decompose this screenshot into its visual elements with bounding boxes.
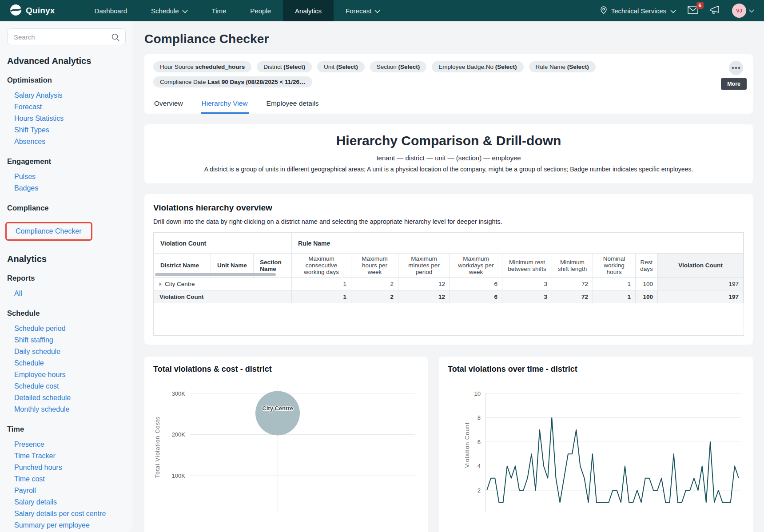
- filter-panel: Hour Source scheduled_hoursDistrict (Sel…: [144, 54, 753, 114]
- nav-item-forecast[interactable]: Forecast: [334, 0, 392, 21]
- nav-item-label: Analytics: [295, 7, 322, 15]
- sidebar-item-presence[interactable]: Presence: [14, 441, 44, 449]
- svg-text:City Centre: City Centre: [262, 405, 293, 412]
- column-header-violation-count[interactable]: Violation Count: [658, 254, 744, 278]
- column-header-minimum-rest-between-shifts[interactable]: Minimum rest between shifts: [502, 254, 552, 278]
- sidebar-heading-time: Time: [7, 425, 126, 433]
- cell-value: 12: [398, 278, 450, 290]
- group-selector[interactable]: Technical Services: [600, 6, 676, 16]
- svg-text:6: 6: [478, 439, 481, 445]
- table-row: Violation Count121263721100197: [154, 290, 744, 303]
- hierarchy-header-panel: Hierarchy Comparison & Drill-down tenant…: [144, 124, 753, 183]
- list-item: Hours Statistics: [7, 113, 126, 124]
- filter-chip-employee-badge-no[interactable]: Employee Badge.No (Select): [432, 61, 523, 72]
- filter-chip-rule-name[interactable]: Rule Name (Select): [529, 61, 596, 72]
- violations-overview-title: Violations hierarchy overview: [153, 203, 744, 213]
- sidebar-item-daily-schedule[interactable]: Daily schedule: [14, 348, 60, 356]
- column-header-maximum-consecutive-working-days[interactable]: Maximum consecutive working days: [292, 254, 351, 278]
- row-name-violation-count: Violation Count: [154, 290, 292, 303]
- row-name-city-centre[interactable]: City Centre: [154, 278, 292, 290]
- cell-value: 2: [351, 278, 398, 290]
- list-item: Salary Analysis: [7, 90, 126, 101]
- chevron-down-icon: [182, 7, 188, 15]
- nav-item-time[interactable]: Time: [200, 0, 239, 21]
- main-content: Compliance Checker Hour Source scheduled…: [133, 21, 764, 532]
- sidebar-item-all[interactable]: All: [14, 290, 22, 298]
- sidebar-item-compliance-checker[interactable]: Compliance Checker: [16, 227, 82, 235]
- horizontal-scrollbar[interactable]: [155, 273, 276, 276]
- sidebar-item-employee-hours[interactable]: Employee hours: [14, 371, 66, 379]
- sidebar-item-time-tracker[interactable]: Time Tracker: [14, 452, 56, 460]
- topnav-right: Technical Services 6 VJ: [600, 0, 764, 21]
- violations-overview-description: Drill down into the data by right-clicki…: [153, 218, 744, 225]
- list-item: Payroll: [7, 485, 126, 496]
- svg-text:Total Violation Costs: Total Violation Costs: [154, 417, 161, 478]
- sidebar-item-schedule-cost[interactable]: Schedule cost: [14, 382, 59, 390]
- filter-chip-hour-source[interactable]: Hour Source scheduled_hours: [153, 61, 251, 72]
- svg-text:100K: 100K: [172, 472, 186, 479]
- cell-value: 1: [593, 290, 636, 303]
- messages-button[interactable]: 6: [688, 6, 698, 16]
- bubble-chart[interactable]: 300K200K100KTotal Violation CostsCity Ce…: [153, 374, 419, 512]
- sidebar-item-hours-statistics[interactable]: Hours Statistics: [14, 115, 64, 123]
- expand-arrow-icon[interactable]: [159, 282, 162, 286]
- line-chart[interactable]: 108642Violation Count: [448, 374, 744, 512]
- brand[interactable]: Quinyx: [0, 0, 67, 21]
- tab-overview[interactable]: Overview: [153, 93, 184, 114]
- column-header-nominal-working-hours[interactable]: Nominal working hours: [593, 254, 636, 278]
- nav-item-schedule[interactable]: Schedule: [139, 0, 200, 21]
- column-header-minimum-shift-length[interactable]: Minimum shift length: [552, 254, 593, 278]
- column-header-rest-days[interactable]: Rest days: [636, 254, 658, 278]
- column-header-maximum-hours-per-week[interactable]: Maximum hours per week: [351, 254, 398, 278]
- list-item: Pulses: [7, 171, 126, 183]
- list-item: Schedule period: [7, 323, 126, 334]
- bubble-chart-card: Total violations & cost - district 300K2…: [144, 357, 428, 532]
- sidebar-item-absences[interactable]: Absences: [14, 138, 45, 146]
- tab-hierarchy-view[interactable]: Hierarchy View: [201, 93, 249, 114]
- filter-chip-compliance-date[interactable]: Compliance Date Last 90 Days (08/28/2025…: [153, 76, 312, 87]
- sidebar-item-salary-details[interactable]: Salary details: [14, 498, 57, 506]
- sidebar-item-badges[interactable]: Badges: [14, 184, 38, 192]
- sidebar-item-schedule[interactable]: Schedule: [14, 359, 44, 367]
- cell-value: 1: [593, 278, 636, 290]
- sidebar-heading-compliance: Compliance: [7, 204, 126, 212]
- user-menu[interactable]: VJ: [732, 4, 754, 18]
- more-filters-button[interactable]: [729, 61, 743, 75]
- notification-badge: 6: [696, 2, 704, 9]
- tab-employee-details[interactable]: Employee details: [266, 93, 320, 114]
- violations-overview-panel: Violations hierarchy overview Drill down…: [144, 194, 753, 345]
- nav-item-dashboard[interactable]: Dashboard: [83, 0, 139, 21]
- filter-chip-district[interactable]: District (Select): [257, 61, 312, 72]
- sidebar-link-list: PresenceTime TrackerPunched hoursTime co…: [7, 439, 126, 532]
- nav-item-label: Forecast: [346, 7, 371, 15]
- search-input[interactable]: [14, 33, 108, 41]
- list-item: Summary per employee: [7, 520, 126, 531]
- nav-item-people[interactable]: People: [238, 0, 283, 21]
- sidebar-item-summary-per-employee[interactable]: Summary per employee: [14, 521, 90, 529]
- sidebar-item-time-cost[interactable]: Time cost: [14, 475, 45, 483]
- sidebar-item-shift-types[interactable]: Shift Types: [14, 126, 49, 134]
- sidebar-item-salary-details-per-cost-centre[interactable]: Salary details per cost centre: [14, 510, 106, 518]
- filter-chip-section[interactable]: Section (Select): [370, 61, 427, 72]
- sidebar-item-salary-analysis[interactable]: Salary Analysis: [14, 91, 63, 99]
- nav-item-label: People: [250, 7, 271, 15]
- sidebar-item-forecast[interactable]: Forecast: [14, 103, 42, 111]
- list-item: Forecast: [7, 101, 126, 113]
- page-title: Compliance Checker: [144, 32, 753, 46]
- sidebar-item-payroll[interactable]: Payroll: [14, 487, 36, 495]
- sidebar-item-pulses[interactable]: Pulses: [14, 173, 36, 181]
- sidebar-item-schedule-period[interactable]: Schedule period: [14, 325, 66, 333]
- nav-item-analytics[interactable]: Analytics: [283, 0, 334, 21]
- sidebar-item-punched-hours[interactable]: Punched hours: [14, 464, 62, 472]
- nav-item-label: Schedule: [151, 7, 179, 15]
- list-item: Time Tracker: [7, 450, 126, 462]
- search-icon[interactable]: [111, 33, 120, 44]
- sidebar-item-shift-staffing[interactable]: Shift staffing: [14, 336, 53, 344]
- column-header-maximum-workdays-per-week[interactable]: Maximum workdays per week: [450, 254, 502, 278]
- filter-chip-unit[interactable]: Unit (Select): [317, 61, 365, 72]
- sidebar-item-monthly-schedule[interactable]: Monthly schedule: [14, 405, 70, 413]
- violations-table: Violation CountRule NameDistrict NameUni…: [154, 233, 744, 303]
- sidebar-item-detailed-schedule[interactable]: Detailed schedule: [14, 394, 71, 402]
- announcements-button[interactable]: [710, 6, 720, 16]
- column-header-maximum-minutes-per-period[interactable]: Maximum minutes per period: [398, 254, 450, 278]
